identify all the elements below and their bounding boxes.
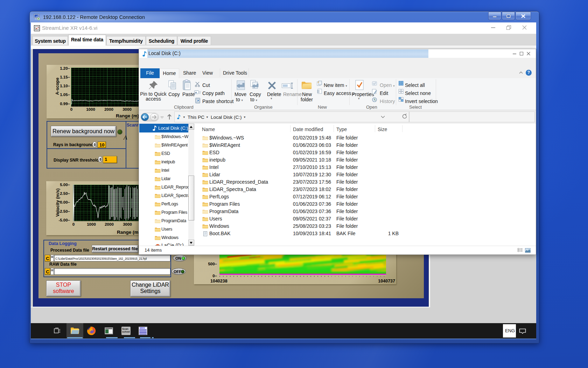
svg-text:w: w (195, 91, 197, 94)
svg-text:WEEK: WEEK (140, 327, 145, 329)
